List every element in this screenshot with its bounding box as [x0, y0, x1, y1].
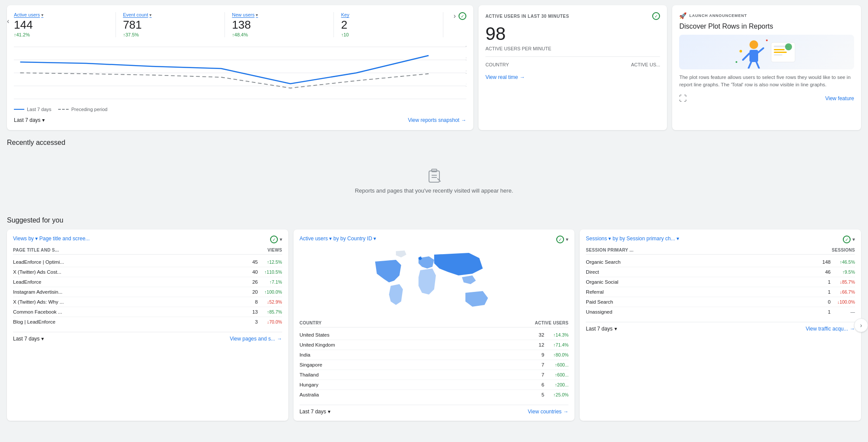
- date-range-button[interactable]: Last 7 days ▾: [14, 117, 45, 123]
- svg-text:02: 02: [83, 103, 89, 103]
- sessions-more-icon[interactable]: ▾: [852, 236, 855, 242]
- realtime-footer: View real time →: [485, 74, 660, 80]
- table-row: Instagram Advertisin... 20↑100.0%: [13, 287, 282, 297]
- main-content: ‹ Active users ▾ 144 ↑41.2% Event count …: [0, 0, 868, 426]
- table-row: United States 32↑14.3%: [300, 330, 569, 340]
- sessions-date-range-button[interactable]: Last 7 days ▾: [586, 326, 617, 332]
- svg-point-30: [739, 50, 742, 52]
- svg-text:01: 01: [17, 103, 23, 103]
- sessions-next-button[interactable]: ›: [854, 318, 868, 332]
- views-more-icon[interactable]: ▾: [280, 236, 282, 242]
- sessions-metric-dropdown-icon: ▾: [608, 236, 611, 242]
- view-traffic-link[interactable]: View traffic acqu... →: [805, 326, 855, 332]
- announcement-panel: 🚀 LAUNCH ANNOUNCEMENT Discover Plot Rows…: [672, 5, 861, 130]
- views-date-range-button[interactable]: Last 7 days ▾: [13, 336, 44, 342]
- suggested-title: Suggested for you: [7, 216, 861, 224]
- recently-empty-state: Reports and pages that you've recently v…: [7, 152, 861, 208]
- table-row: LeadEnforce | Optimi... 45↑12.5%: [13, 257, 282, 267]
- chart-prev-button[interactable]: ‹: [7, 17, 9, 25]
- countries-metric-dropdown-icon: ▾: [329, 236, 332, 242]
- svg-text:06: 06: [353, 103, 360, 103]
- new-users-value: 138: [232, 19, 327, 30]
- suggested-panel-countries: Active users ▾ by by Country ID ▾ ✓ ▾: [294, 229, 575, 421]
- metric-event-count: Event count ▾ 781 ↑37.5%: [123, 12, 225, 37]
- sessions-dim-dropdown-icon: ▾: [677, 236, 679, 242]
- recently-empty-text: Reports and pages that you've recently v…: [355, 187, 513, 194]
- view-feature-link[interactable]: View feature: [825, 95, 854, 101]
- realtime-value: 98: [485, 23, 660, 44]
- svg-rect-25: [749, 50, 758, 62]
- table-row: Unassigned 1—: [586, 307, 855, 317]
- suggested-section: Suggested for you Views by ▾ Page title …: [7, 216, 861, 421]
- table-row: Singapore 7↑600...: [300, 360, 569, 370]
- countries-table-header: COUNTRY ACTIVE USERS: [300, 321, 569, 327]
- new-users-label[interactable]: New users ▾: [232, 12, 327, 17]
- countries-dim-dropdown-icon: ▾: [373, 236, 376, 242]
- metric-active-users: Active users ▾ 144 ↑41.2%: [14, 12, 116, 37]
- svg-point-23: [785, 43, 792, 50]
- world-map-svg: [300, 248, 569, 317]
- table-row: Direct 46↑9.5%: [586, 267, 855, 277]
- realtime-panel: ACTIVE USERS IN LAST 30 MINUTES ✓ 98 ACT…: [479, 5, 667, 130]
- svg-text:30: 30: [465, 57, 466, 62]
- active-users-label[interactable]: Active users ▾: [14, 12, 109, 17]
- svg-rect-22: [774, 54, 782, 56]
- table-row: Hungary 6↑200...: [300, 380, 569, 390]
- key-label[interactable]: Key: [341, 12, 436, 17]
- realtime-title: ACTIVE USERS IN LAST 30 MINUTES: [485, 14, 569, 19]
- top-panels: ‹ Active users ▾ 144 ↑41.2% Event count …: [7, 5, 861, 130]
- suggested-panel-sessions: Sessions ▾ by by Session primary ch... ▾…: [580, 229, 861, 421]
- svg-line-29: [756, 62, 759, 68]
- metric-key: Key 2 ↑10: [341, 12, 443, 37]
- active-users-change: ↑41.2%: [14, 32, 109, 37]
- svg-line-28: [749, 62, 751, 68]
- countries-date-range-button[interactable]: Last 7 days ▾: [300, 409, 330, 415]
- announcement-header: 🚀 LAUNCH ANNOUNCEMENT: [679, 12, 854, 19]
- svg-rect-21: [774, 52, 787, 53]
- chart-next-button[interactable]: ›: [454, 12, 456, 20]
- svg-text:40: 40: [465, 44, 466, 49]
- views-panel-header: Views by ▾ Page title and scree... ✓ ▾: [13, 236, 282, 243]
- announcement-footer: ⛶ View feature: [679, 94, 854, 103]
- table-row: United Kingdom 12↑71.4%: [300, 340, 569, 350]
- view-reports-snapshot-link[interactable]: View reports snapshot →: [408, 117, 466, 123]
- views-check-icon: ✓: [270, 236, 278, 243]
- table-row: Referral 1↓66.7%: [586, 287, 855, 297]
- view-countries-link[interactable]: View countries →: [528, 409, 569, 415]
- realtime-check-icon: ✓: [652, 12, 660, 20]
- table-row: India 9↑80.0%: [300, 350, 569, 360]
- countries-panel-header: Active users ▾ by by Country ID ▾ ✓ ▾: [300, 236, 569, 243]
- chart-panel: ‹ Active users ▾ 144 ↑41.2% Event count …: [7, 5, 473, 130]
- realtime-divider: [485, 56, 660, 57]
- table-row: Thailand 7↑600...: [300, 370, 569, 380]
- views-panel-footer: Last 7 days ▾ View pages and s... →: [13, 332, 282, 342]
- date-range-dropdown-icon: ▾: [42, 117, 45, 123]
- countries-panel-actions: ✓ ▾: [556, 236, 568, 243]
- svg-text:04: 04: [218, 103, 224, 103]
- active-users-dropdown-icon: ▾: [41, 13, 43, 17]
- view-pages-link[interactable]: View pages and s... →: [230, 336, 282, 342]
- svg-line-27: [758, 48, 763, 52]
- countries-more-icon[interactable]: ▾: [566, 236, 568, 242]
- active-users-value: 144: [14, 19, 109, 30]
- table-row: X (Twitter) Ads: Why ... 8↓52.9%: [13, 297, 282, 307]
- legend-solid-line: [14, 109, 24, 110]
- view-realtime-link[interactable]: View real time →: [485, 74, 660, 80]
- expand-icon[interactable]: ⛶: [679, 94, 687, 103]
- suggested-panel-views: Views by ▾ Page title and scree... ✓ ▾ P…: [7, 229, 288, 421]
- table-row: Organic Search 148↑46.5%: [586, 257, 855, 267]
- event-count-label[interactable]: Event count ▾: [123, 12, 218, 17]
- legend-solid: Last 7 days: [14, 107, 51, 112]
- chart-footer: Last 7 days ▾ View reports snapshot →: [14, 117, 466, 123]
- svg-line-26: [743, 53, 749, 60]
- announcement-tag: LAUNCH ANNOUNCEMENT: [689, 13, 747, 18]
- svg-text:20: 20: [465, 70, 466, 75]
- new-users-change: ↑48.4%: [232, 32, 327, 37]
- sessions-check-icon: ✓: [843, 236, 851, 243]
- metric-new-users: New users ▾ 138 ↑48.4%: [232, 12, 334, 37]
- announcement-title: Discover Plot Rows in Reports: [679, 23, 854, 30]
- key-change: ↑10: [341, 32, 436, 37]
- table-row: Blog | LeadEnforce 3↓70.0%: [13, 317, 282, 327]
- legend-dashed-line: [58, 109, 69, 110]
- svg-point-32: [736, 61, 737, 63]
